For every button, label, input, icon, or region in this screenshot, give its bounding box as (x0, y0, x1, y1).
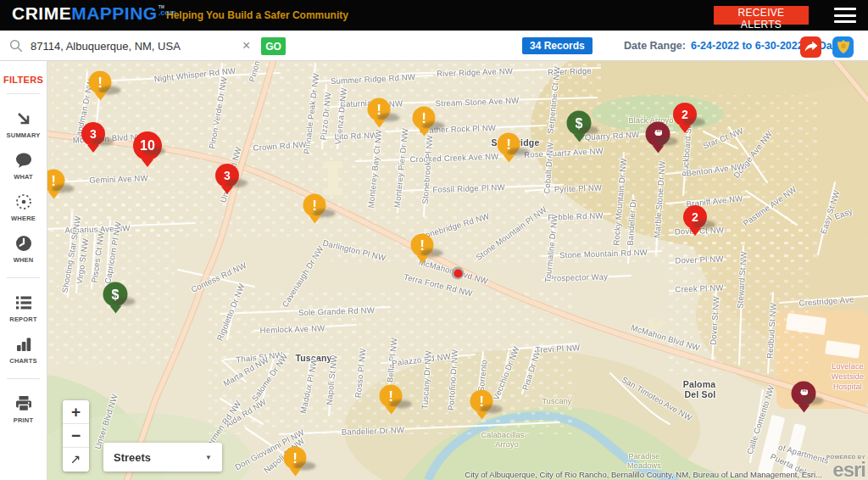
alert-pin[interactable]: ! (284, 447, 307, 470)
theft-pin[interactable]: $ (567, 111, 592, 136)
fist-icon (651, 126, 665, 142)
pin-glyph: 3 (90, 128, 97, 140)
chevron-down-icon: ▼ (205, 454, 212, 461)
assault-pin[interactable] (646, 122, 670, 147)
brand-mapping: MAPPING (71, 3, 158, 24)
sidebar-item-when[interactable]: WHEN (0, 227, 47, 269)
list-icon (0, 293, 47, 313)
cluster-pin[interactable]: 2 (683, 205, 707, 229)
pin-glyph: $ (112, 287, 120, 301)
alert-pin[interactable]: ! (498, 133, 520, 156)
alert-pin[interactable]: ! (368, 98, 391, 121)
fist-icon (797, 385, 810, 402)
cluster-pin[interactable]: 3 (215, 164, 239, 187)
sidebar-item-label: WHEN (0, 256, 47, 264)
sidebar-item-label: REPORT (0, 315, 47, 323)
assault-pin[interactable] (792, 382, 816, 406)
brand-crime: CRIME (12, 3, 71, 24)
theft-pin[interactable]: $ (103, 282, 128, 307)
clear-search-icon[interactable]: × (241, 37, 252, 54)
date-range-label: Date Range: (624, 40, 686, 52)
pin-glyph: ! (376, 103, 381, 117)
pin-glyph: ! (388, 389, 393, 404)
alert-pin[interactable]: ! (47, 170, 65, 193)
bar-chart-icon (0, 334, 47, 354)
sidebar-item-label: WHERE (0, 215, 47, 222)
pin-glyph: 10 (140, 139, 155, 153)
sidebar-item-print[interactable]: PRINT (0, 388, 47, 429)
alert-pin[interactable]: ! (413, 107, 436, 130)
filters-label: FILTERS (0, 75, 47, 85)
filters-sidebar: FILTERS SUMMARY WHAT WHERE WHEN (0, 61, 47, 480)
pin-glyph: ! (97, 75, 103, 90)
date-range-value[interactable]: 6-24-2022 to 6-30-2022 (7 Days) (691, 40, 848, 52)
esri-logo[interactable]: POWERED BY esri (826, 455, 865, 480)
map-canvas[interactable]: Night Whisper Rd NWSandman Dr NWPinonPin… (47, 61, 868, 480)
sidebar-item-label: PRINT (0, 416, 47, 424)
share-button[interactable] (800, 36, 821, 58)
brand-logo[interactable]: CRIMEMAPPING TM .com (12, 3, 176, 24)
top-header: CRIMEMAPPING TM .com Helping You Build a… (0, 0, 868, 31)
agency-badge-button[interactable] (832, 36, 854, 58)
alert-pin[interactable]: ! (89, 71, 112, 94)
pin-glyph: 3 (224, 170, 231, 181)
pin-glyph: ! (479, 394, 484, 409)
sidebar-item-where[interactable]: WHERE (0, 186, 47, 227)
speech-bubble-icon (0, 150, 47, 170)
alert-pin[interactable]: ! (380, 385, 403, 408)
alert-pin[interactable]: ! (470, 390, 493, 413)
sidebar-item-charts[interactable]: CHARTS (0, 328, 47, 370)
cluster-pin[interactable]: 10 (133, 131, 162, 160)
zoom-out-button[interactable]: − (63, 424, 89, 448)
crimemapping-app: CRIMEMAPPING TM .com Helping You Build a… (0, 0, 868, 480)
sidebar-item-summary[interactable]: SUMMARY (0, 103, 47, 144)
extent-arrow-icon (70, 452, 83, 466)
sidebar-item-label: WHAT (0, 173, 47, 181)
sidebar-item-report[interactable]: REPORT (0, 287, 47, 328)
divider (7, 378, 40, 379)
sidebar-item-what[interactable]: WHAT (0, 144, 47, 186)
pin-glyph: ! (506, 137, 511, 152)
pin-glyph: 2 (682, 109, 688, 120)
printer-icon (0, 393, 47, 414)
records-badge[interactable]: 34 Records (522, 37, 593, 54)
sidebar-item-label: SUMMARY (0, 131, 47, 139)
alert-pin[interactable]: ! (411, 234, 434, 257)
search-input[interactable] (29, 36, 232, 56)
receive-alerts-button[interactable]: RECEIVE ALERTS (714, 6, 809, 25)
dotted-circle-icon (0, 192, 47, 212)
pin-glyph: ! (292, 451, 298, 466)
pin-glyph: $ (576, 116, 583, 130)
default-extent-button[interactable] (63, 448, 89, 472)
sidebar-item-label: CHARTS (0, 357, 47, 365)
basemap-selector[interactable]: Streets ▼ (103, 443, 222, 472)
go-button[interactable]: GO (261, 37, 286, 55)
basemap-selector-label: Streets (114, 451, 205, 464)
pin-glyph: ! (51, 174, 56, 188)
search-icon (8, 38, 24, 57)
summary-arrow-icon (0, 109, 47, 129)
menu-icon[interactable] (834, 8, 856, 23)
pin-glyph: 2 (692, 211, 698, 223)
zoom-in-button[interactable]: + (63, 400, 89, 424)
search-pin[interactable] (452, 267, 465, 280)
pin-glyph: ! (421, 111, 426, 126)
search-toolbar: × GO 34 Records Date Range: 6-24-2022 to… (0, 31, 868, 61)
cluster-pin[interactable]: 2 (673, 103, 697, 126)
share-arrow-icon (803, 38, 820, 55)
pin-glyph: ! (420, 238, 425, 253)
brand-tagline: Helping You Build a Safer Community (166, 9, 348, 21)
cluster-pin[interactable]: 3 (81, 122, 105, 146)
alert-pin[interactable]: ! (303, 194, 326, 217)
esri-wordmark: esri (826, 460, 865, 480)
pin-glyph: ! (312, 198, 317, 213)
divider (7, 277, 40, 278)
zoom-controls: + − (63, 400, 89, 472)
map-attribution: City of Albuquerque, City of Rio Rancho,… (465, 470, 822, 479)
clock-icon (0, 233, 47, 254)
police-badge-icon (835, 38, 852, 55)
divider (7, 93, 40, 94)
